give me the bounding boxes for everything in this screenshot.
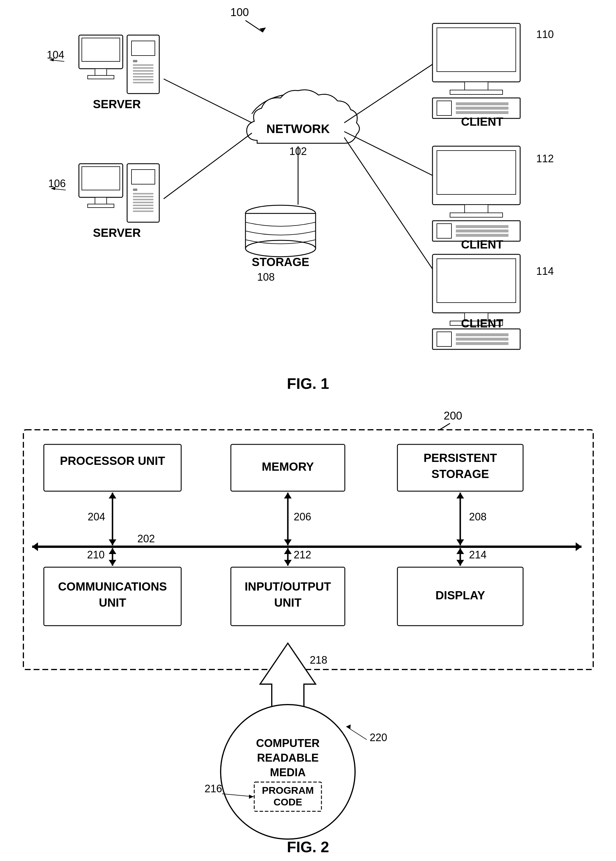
svg-rect-52 xyxy=(465,205,488,213)
svg-rect-43 xyxy=(465,82,488,91)
svg-rect-49 xyxy=(456,111,508,114)
server2-ref: 106 xyxy=(48,178,66,189)
svg-rect-35 xyxy=(133,211,153,212)
svg-rect-13 xyxy=(133,65,153,66)
server1-ref: 104 xyxy=(47,49,64,61)
svg-rect-53 xyxy=(450,213,503,217)
svg-line-109 xyxy=(346,727,367,740)
svg-rect-9 xyxy=(88,76,114,79)
fig1-diagram: 100 NETWORK 102 xyxy=(0,0,616,403)
svg-rect-24 xyxy=(95,197,107,205)
svg-rect-66 xyxy=(456,338,508,341)
server1 xyxy=(79,35,159,94)
fig2-container: 200 PROCESSOR UNIT MEMORY PERSISTENT STO… xyxy=(0,403,616,861)
memory-label: MEMORY xyxy=(262,460,314,473)
persistent-label1: PERSISTENT xyxy=(423,452,497,464)
svg-rect-67 xyxy=(456,342,508,345)
svg-rect-23 xyxy=(82,167,120,190)
svg-rect-25 xyxy=(88,204,114,208)
svg-rect-56 xyxy=(456,225,508,228)
svg-rect-34 xyxy=(133,208,153,209)
svg-rect-31 xyxy=(133,199,153,200)
svg-rect-44 xyxy=(450,90,503,94)
storage-ref: 108 xyxy=(257,271,275,283)
client3-ref: 114 xyxy=(536,265,554,277)
storage-label: STORAGE xyxy=(251,255,309,268)
fig2-diagram: 200 PROCESSOR UNIT MEMORY PERSISTENT STO… xyxy=(0,403,616,861)
io-label1: INPUT/OUTPUT xyxy=(245,580,331,593)
svg-rect-55 xyxy=(437,224,451,238)
svg-line-73 xyxy=(344,137,432,269)
fig2-ref200: 200 xyxy=(443,409,462,422)
program-ref: 216 xyxy=(204,783,222,795)
client3 xyxy=(432,254,520,349)
fig1-ref100: 100 xyxy=(230,6,249,19)
svg-rect-47 xyxy=(456,102,508,105)
io-ref: 212 xyxy=(294,549,311,561)
svg-rect-77 xyxy=(44,444,181,491)
svg-rect-30 xyxy=(133,196,153,197)
svg-rect-33 xyxy=(133,205,153,206)
svg-rect-11 xyxy=(132,41,155,55)
bus-ref: 202 xyxy=(137,533,155,545)
client3-label: CLIENT xyxy=(461,317,503,330)
svg-rect-18 xyxy=(133,79,153,80)
persistent-label2: STORAGE xyxy=(431,467,489,480)
client2-ref: 112 xyxy=(536,153,554,165)
client1-ref: 110 xyxy=(536,28,554,40)
circle-ref: 220 xyxy=(370,732,387,743)
program-label1: PROGRAM xyxy=(262,785,314,796)
svg-rect-28 xyxy=(133,189,137,191)
svg-rect-29 xyxy=(133,193,153,194)
proc-ref: 204 xyxy=(88,511,105,523)
svg-rect-48 xyxy=(456,107,508,110)
svg-line-68 xyxy=(163,79,252,123)
client2 xyxy=(432,146,520,241)
media-label1: COMPUTER xyxy=(256,737,319,749)
svg-rect-14 xyxy=(133,67,153,69)
svg-rect-12 xyxy=(133,60,137,62)
svg-rect-16 xyxy=(133,73,153,74)
comm-label2: UNIT xyxy=(99,596,126,609)
client1 xyxy=(432,24,520,118)
network-label: NETWORK xyxy=(267,122,330,135)
svg-rect-19 xyxy=(133,82,153,83)
svg-rect-46 xyxy=(437,101,451,115)
svg-rect-42 xyxy=(437,28,516,72)
svg-rect-32 xyxy=(133,202,153,203)
svg-rect-58 xyxy=(456,234,508,237)
svg-rect-60 xyxy=(437,259,516,302)
server2-label: SERVER xyxy=(93,226,141,239)
display-label: DISPLAY xyxy=(435,589,485,602)
svg-point-40 xyxy=(245,240,316,257)
media-ref-arrow: 218 xyxy=(310,654,327,666)
server1-label: SERVER xyxy=(93,98,141,110)
processor-label: PROCESSOR UNIT xyxy=(60,454,165,467)
client1-label: CLIENT xyxy=(461,115,503,128)
svg-line-0 xyxy=(245,20,263,32)
client2-label: CLIENT xyxy=(461,238,503,251)
server2 xyxy=(79,164,159,222)
svg-rect-57 xyxy=(456,230,508,233)
fig2-label: FIG. 2 xyxy=(287,839,329,855)
svg-rect-27 xyxy=(132,170,155,184)
media-label3: MEDIA xyxy=(270,766,306,779)
svg-rect-17 xyxy=(133,76,153,77)
storage xyxy=(245,205,316,257)
pers-ref: 208 xyxy=(469,511,487,523)
display-ref: 214 xyxy=(469,549,487,561)
svg-rect-8 xyxy=(95,69,107,76)
page: 100 NETWORK 102 xyxy=(0,0,616,861)
svg-marker-1 xyxy=(259,27,266,32)
svg-rect-64 xyxy=(437,332,451,346)
svg-rect-7 xyxy=(82,38,120,61)
svg-line-72 xyxy=(344,132,432,175)
svg-rect-65 xyxy=(456,333,508,336)
program-label2: CODE xyxy=(273,796,302,807)
io-label2: UNIT xyxy=(274,596,301,609)
media-label2: READABLE xyxy=(257,752,319,764)
fig1-label: FIG. 1 xyxy=(287,375,329,392)
svg-line-69 xyxy=(163,133,252,199)
fig1-container: 100 NETWORK 102 xyxy=(0,0,616,403)
comm-ref: 210 xyxy=(87,549,105,561)
